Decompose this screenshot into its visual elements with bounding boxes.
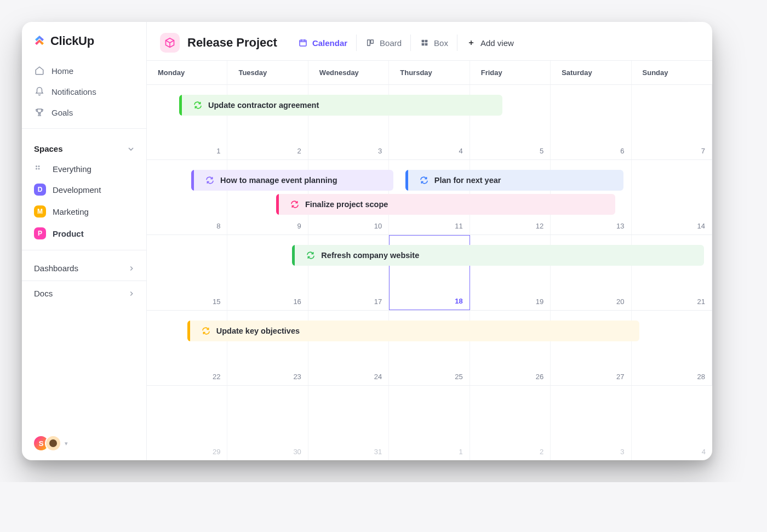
calendar-day-header: Thursday [389, 61, 470, 84]
nav-label: Goals [51, 108, 73, 117]
event-color-bar [191, 170, 194, 191]
calendar-cell[interactable]: 7 [632, 85, 712, 159]
sidebar-item-dashboards[interactable]: Dashboards [22, 256, 146, 281]
spaces-header[interactable]: Spaces [22, 134, 146, 159]
calendar-date: 4 [459, 147, 462, 155]
calendar-cell[interactable]: 28 [632, 311, 712, 385]
tab-board[interactable]: Board [356, 35, 410, 51]
calendar-day-header: Saturday [551, 61, 631, 84]
svg-rect-4 [300, 40, 306, 46]
nav-label: Notifications [51, 87, 96, 96]
space-badge: D [34, 184, 46, 196]
project-cube-icon [160, 33, 180, 53]
svg-rect-5 [368, 40, 370, 46]
calendar-date: 28 [697, 373, 705, 381]
sidebar-item-docs[interactable]: Docs [22, 281, 146, 306]
sidebar-item-space[interactable]: D Development [30, 179, 139, 201]
event-color-bar [187, 321, 190, 341]
tab-box[interactable]: Box [410, 35, 457, 51]
calendar-date: 15 [213, 298, 220, 306]
calendar-cell[interactable]: 29 [147, 386, 227, 460]
chevron-right-icon [128, 265, 135, 272]
event-title: Plan for next year [434, 176, 501, 185]
calendar-date: 2 [297, 147, 301, 155]
sidebar-item-space[interactable]: M Marketing [30, 201, 139, 222]
svg-rect-10 [425, 43, 428, 46]
tab-label: Calendar [312, 38, 347, 48]
calendar-date: 21 [697, 298, 705, 306]
nav-notifications[interactable]: Notifications [30, 81, 139, 102]
calendar-cell[interactable]: 14 [632, 160, 712, 234]
recurring-icon [290, 199, 300, 209]
recurring-icon [201, 326, 211, 336]
recurring-icon [205, 175, 215, 185]
calendar-week: 15161718192021 Refresh company website [147, 235, 712, 310]
calendar-event[interactable]: How to manage event planning [191, 170, 393, 191]
calendar-date: 11 [455, 222, 462, 230]
calendar-cell[interactable]: 15 [147, 235, 227, 310]
svg-rect-8 [425, 40, 428, 43]
calendar-date: 23 [293, 373, 301, 381]
calendar-day-header: Wednesday [308, 61, 389, 84]
calendar-day-header: Tuesday [227, 61, 308, 84]
calendar-date: 3 [378, 147, 382, 155]
bell-icon [34, 86, 45, 97]
calendar-date: 4 [702, 448, 706, 456]
sidebar-item-label: Dashboards [34, 264, 78, 273]
calendar-cell[interactable]: 4 [632, 386, 712, 460]
avatar-initial: S [39, 439, 44, 448]
calendar-cell[interactable]: 3 [551, 386, 631, 460]
calendar-body: 1234567 Update contractor agreement89101… [147, 85, 712, 460]
event-title: How to manage event planning [220, 176, 337, 185]
sidebar-item-space[interactable]: P Product [30, 222, 139, 244]
event-color-bar [276, 194, 279, 215]
svg-point-0 [36, 165, 37, 167]
board-icon [365, 38, 375, 48]
nav-label: Home [51, 66, 73, 76]
calendar-date: 30 [293, 448, 301, 456]
divider [22, 128, 146, 129]
calendar-date: 10 [374, 222, 382, 230]
calendar-cell[interactable]: 2 [470, 386, 551, 460]
calendar-event[interactable]: Refresh company website [292, 245, 704, 266]
caret-down-icon: ▾ [65, 440, 68, 447]
event-title: Update contractor agreement [208, 101, 319, 110]
topbar: Release Project Calendar Board [147, 22, 712, 61]
sidebar-item-label: Marketing [53, 207, 89, 216]
brand[interactable]: ClickUp [22, 32, 146, 60]
divider [22, 250, 146, 250]
sidebar-item-label: Everything [53, 164, 91, 174]
calendar-day-header: Friday [470, 61, 551, 84]
event-color-bar [292, 245, 295, 266]
calendar-event[interactable]: Finalize project scope [276, 194, 615, 215]
tab-label: Board [380, 38, 402, 48]
sidebar-item-everything[interactable]: Everything [30, 159, 139, 179]
calendar-date: 19 [536, 298, 543, 306]
calendar-event[interactable]: Plan for next year [405, 170, 623, 191]
recurring-icon [306, 250, 316, 260]
calendar-cell[interactable]: 6 [551, 85, 631, 159]
nav-goals[interactable]: Goals [30, 102, 139, 123]
calendar-cell[interactable]: 30 [227, 386, 308, 460]
calendar-date: 20 [616, 298, 624, 306]
tab-calendar[interactable]: Calendar [290, 35, 356, 51]
calendar-date: 22 [213, 373, 220, 381]
trophy-icon [34, 107, 45, 118]
calendar-event[interactable]: Update key objectives [187, 321, 640, 341]
space-badge: M [34, 205, 46, 218]
calendar-date: 16 [293, 298, 301, 306]
avatar-stack: S [33, 435, 61, 451]
svg-point-2 [36, 168, 37, 170]
clickup-logo-icon [33, 35, 46, 48]
calendar-date: 1 [216, 147, 220, 155]
calendar-event[interactable]: Update contractor agreement [179, 95, 502, 116]
sidebar: ClickUp Home Notifications Goals [22, 22, 147, 460]
calendar-cell[interactable]: 1 [389, 386, 470, 460]
calendar-cell[interactable]: 31 [308, 386, 389, 460]
add-view-button[interactable]: Add view [457, 35, 523, 51]
user-menu[interactable]: S ▾ [22, 426, 146, 460]
nav-home[interactable]: Home [30, 60, 139, 81]
event-title: Refresh company website [321, 251, 419, 260]
avatar [45, 435, 61, 451]
sidebar-item-label: Docs [34, 289, 53, 298]
